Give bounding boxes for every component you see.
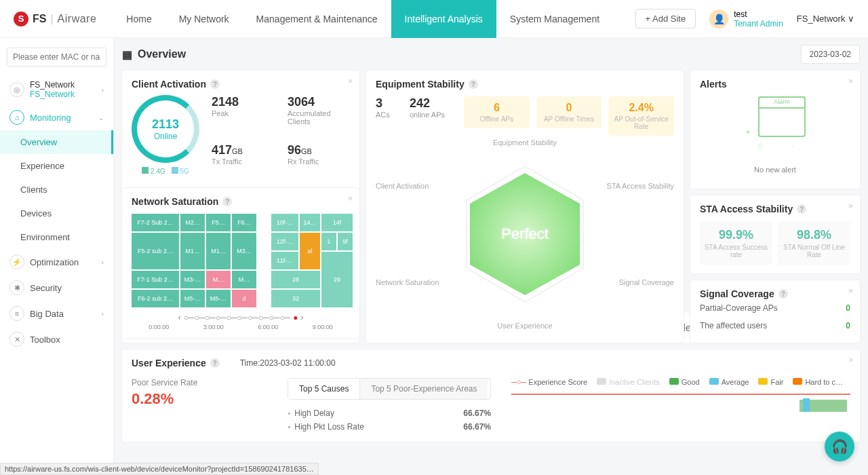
saturation-ticks: 0:00:003:00:006:00:009:00:00 <box>132 324 350 330</box>
svg-rect-15 <box>803 398 810 412</box>
sidebar-item-environment[interactable]: Environment <box>0 225 113 249</box>
expand-icon[interactable]: » <box>348 76 353 86</box>
sidebar-monitoring[interactable]: ⌂ Monitoring ⌄ <box>0 104 113 130</box>
user-text: test Tenant Admin <box>734 10 783 28</box>
expand-icon[interactable]: » <box>348 193 353 203</box>
sidebar-monitoring-label: Monitoring <box>30 113 71 123</box>
big-data-icon: ≡ <box>9 306 24 321</box>
ue-legend: ─○─ Experience Score Inactive Clients Go… <box>511 378 850 386</box>
kpi-rx: 96GBRx Traffic <box>288 143 350 175</box>
legend-5g: 5G <box>180 168 189 175</box>
chevron-right-icon: › <box>102 86 104 94</box>
search-input[interactable] <box>7 48 106 66</box>
expand-icon[interactable]: » <box>848 286 853 295</box>
search-box <box>7 48 106 66</box>
card-title-saturation: Network Saturation <box>132 196 218 207</box>
sidebar-network[interactable]: ◎ FS_Network FS_Network › <box>0 75 113 104</box>
sidebar-network-l1: FS_Network <box>30 80 75 90</box>
help-icon[interactable]: ? <box>210 79 220 89</box>
card-title-signal: Signal Coverage <box>700 288 774 299</box>
sidebar-optimization-label: Optimization <box>30 257 79 267</box>
legend-24g-swatch <box>142 167 149 174</box>
monitoring-icon: ⌂ <box>9 110 24 125</box>
network-selector[interactable]: FS_Network ∨ <box>797 14 854 24</box>
sta-offline-rate: 98.8%STA Normal Off Line Rate <box>778 221 850 265</box>
help-icon[interactable]: ? <box>222 197 232 206</box>
help-icon[interactable]: ? <box>469 79 478 89</box>
support-fab[interactable]: 🎧 <box>825 432 854 461</box>
card-network-saturation: » Network Saturation? F7-2 Sub 2…M2…F5…F… <box>122 188 359 339</box>
expand-icon[interactable]: » <box>848 201 853 210</box>
radar-label-tr: STA Access Stability <box>607 182 674 190</box>
radar-label-top: Equipment Stability <box>493 138 557 147</box>
card-title-equipment: Equipment Stability <box>376 79 465 90</box>
sidebar-toolbox-label: Toolbox <box>30 335 60 345</box>
sidebar-security-label: Security <box>30 283 62 293</box>
ue-tab-areas[interactable]: Top 5 Poor-Experience Areas <box>360 379 488 399</box>
chevron-down-icon: ⌄ <box>98 114 104 121</box>
nav-home[interactable]: Home <box>113 0 165 38</box>
sidebar-big-data[interactable]: ≡Big Data› <box>0 301 113 326</box>
warn-offline-aps: 6Offline APs <box>464 96 530 128</box>
sidebar-optimization[interactable]: ⚡Optimization› <box>0 249 113 275</box>
user-name: test <box>734 10 783 19</box>
nav-my-network[interactable]: My Network <box>165 0 243 38</box>
psr-label: Poor Service Rate <box>132 378 267 387</box>
logo: S FS | Airware <box>14 12 96 26</box>
card-user-experience: » User Experience? Time:2023-03-02 11:00… <box>122 349 860 442</box>
donut-legend: 2.4G 5G <box>132 167 199 175</box>
card-title-ue: User Experience <box>132 358 206 368</box>
alarm-box-icon <box>758 96 806 137</box>
toolbox-icon: ✕ <box>9 332 24 347</box>
sta-success-rate: 99.9%STA Access Success rate <box>700 221 772 265</box>
logo-fs: FS <box>33 13 46 25</box>
expand-icon[interactable]: » <box>848 76 853 86</box>
logo-separator: | <box>50 13 53 25</box>
avatar-icon: 👤 <box>709 10 728 28</box>
ue-mini-chart <box>511 386 850 413</box>
chevron-right-icon: › <box>102 310 104 318</box>
sidebar-item-experience[interactable]: Experience <box>0 154 113 178</box>
saturation-pager[interactable]: ‹ ○─○─○─○─○─○─○─○─○─○─● › <box>132 313 350 322</box>
main-content: ▦ Overview 2023-03-02 » Client Activatio… <box>114 38 868 475</box>
sidebar-security[interactable]: ✱Security <box>0 275 113 301</box>
date-picker[interactable]: 2023-03-02 <box>801 45 860 64</box>
sidebar-item-devices[interactable]: Devices <box>0 202 113 225</box>
chevron-right-icon[interactable]: › <box>300 313 303 322</box>
signal-row-affected: The affected users0 <box>700 317 850 335</box>
nav-system-management[interactable]: System Management <box>496 0 613 38</box>
page-title-text: Overview <box>138 48 186 60</box>
help-icon[interactable]: ? <box>797 204 806 214</box>
overview-bar: ▦ Overview 2023-03-02 <box>122 45 860 64</box>
card-title-alerts: Alerts <box>700 79 850 90</box>
cause-pkt-loss: ▪High Pkt Loss Rate66.67% <box>288 420 491 434</box>
warn-offline-times: 0AP Offline Times <box>536 96 602 128</box>
nav-management[interactable]: Management & Maintenance <box>243 0 391 38</box>
ue-tab-causes[interactable]: Top 5 Causes <box>288 379 360 399</box>
radar-center-text: Perfect <box>501 225 549 243</box>
sparkle-icon: ✦ <box>745 128 751 137</box>
status-bar-url: https://airware-us.fs.com/wis-client-web… <box>0 463 319 475</box>
expand-icon[interactable]: » <box>848 355 853 364</box>
dot-icon: · <box>791 141 793 151</box>
chevron-left-icon[interactable]: ‹ <box>178 313 181 322</box>
top-nav: Home My Network Management & Maintenance… <box>113 0 613 38</box>
sidebar-item-overview[interactable]: Overview <box>0 130 113 154</box>
sidebar-toolbox[interactable]: ✕Toolbox <box>0 326 113 352</box>
online-donut: 2113 Online <box>132 95 199 163</box>
legend-24g: 2.4G <box>151 168 165 175</box>
card-sta-access: » STA Access Stability? 99.9%STA Access … <box>690 195 860 273</box>
help-icon[interactable]: ? <box>778 289 788 299</box>
header-right: + Add Site 👤 test Tenant Admin FS_Networ… <box>635 9 855 28</box>
user-block[interactable]: 👤 test Tenant Admin <box>709 10 783 28</box>
alerts-illustration: ✦ ☆· No new alert <box>700 90 850 180</box>
add-site-button[interactable]: + Add Site <box>635 9 696 28</box>
online-label: Online <box>154 132 178 141</box>
sidebar-item-clients[interactable]: Clients <box>0 178 113 202</box>
nav-intelligent-analysis[interactable]: Intelligent Analysis <box>391 0 496 38</box>
cause-high-delay: ▪High Delay66.67% <box>288 406 491 420</box>
card-title-sta: STA Access Stability <box>700 204 793 214</box>
sidebar-network-l2: FS_Network <box>30 90 75 99</box>
help-icon[interactable]: ? <box>210 358 220 368</box>
card-title-client-activation: Client Activation <box>132 79 206 90</box>
